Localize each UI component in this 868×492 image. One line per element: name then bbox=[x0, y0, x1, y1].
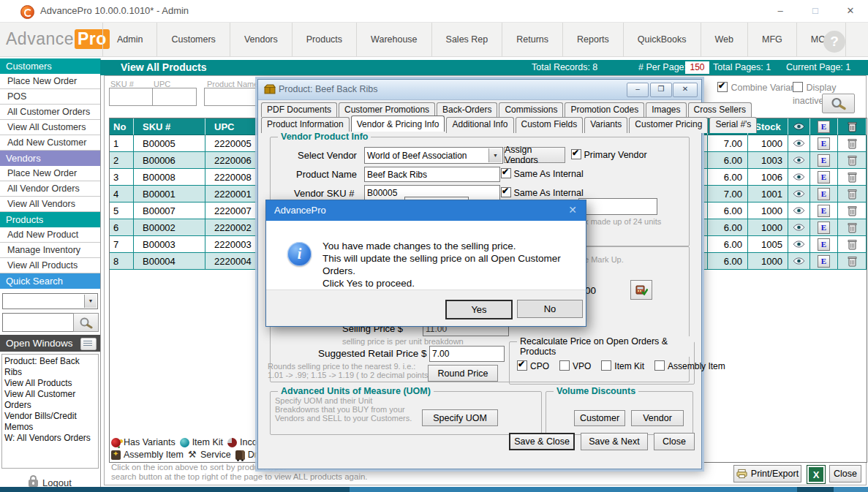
tab-variants[interactable]: Variants bbox=[584, 117, 627, 133]
sidebar-item-all-customer-orders[interactable]: All Customer Orders bbox=[0, 105, 100, 120]
open-window-view-all-customer-orders[interactable]: View All Customer Orders bbox=[4, 389, 98, 411]
open-window-product-beef-back-ribs[interactable]: Product: Beef Back Ribs bbox=[4, 356, 98, 378]
tab-additional-info[interactable]: Additional Info bbox=[446, 117, 513, 133]
modal-restore-button[interactable]: ❐ bbox=[650, 83, 672, 97]
delete-product-button[interactable] bbox=[838, 203, 867, 219]
tab-images[interactable]: Images bbox=[646, 102, 686, 117]
volume-vendor-button[interactable]: Vendor bbox=[631, 410, 684, 426]
modal-minimize-button[interactable]: – bbox=[627, 83, 649, 97]
chevron-down-icon[interactable]: ▼ bbox=[488, 148, 502, 162]
yes-button[interactable]: Yes bbox=[445, 300, 513, 319]
confirm-dialog-titlebar[interactable]: AdvancePro ✕ bbox=[266, 200, 586, 221]
sidebar-item-view-all-customers[interactable]: View All Customers bbox=[0, 120, 100, 135]
same-as-internal-2-checkbox[interactable]: Same As Internal bbox=[501, 187, 584, 198]
view-product-button[interactable] bbox=[788, 236, 810, 253]
delete-product-button[interactable] bbox=[838, 236, 867, 253]
nav-item-reports[interactable]: Reports bbox=[563, 23, 624, 56]
tab-product-information[interactable]: Product Information bbox=[261, 117, 350, 133]
edit-product-button[interactable]: E bbox=[810, 236, 838, 253]
nav-item-vendors[interactable]: Vendors bbox=[230, 23, 293, 56]
volume-customer-button[interactable]: Customer bbox=[574, 410, 625, 426]
legend-service[interactable]: Service bbox=[188, 450, 231, 460]
product-modal-titlebar[interactable]: Product: Beef Back Ribs – ❐ ✕ bbox=[258, 80, 701, 100]
select-vendor-combo[interactable]: World of Beef Association ▼ bbox=[364, 147, 503, 164]
checkbox-box[interactable] bbox=[559, 360, 570, 371]
modal-close-button[interactable]: ✕ bbox=[673, 83, 698, 97]
display-inactive-box[interactable] bbox=[793, 82, 803, 92]
sidebar-item-place-new-order[interactable]: Place New Order bbox=[0, 74, 100, 89]
tab-back-orders[interactable]: Back-Orders bbox=[437, 102, 497, 117]
save-close-button[interactable]: Save & Close bbox=[509, 433, 575, 450]
tab-vendor-pricing-info[interactable]: Vendor & Pricing Info bbox=[351, 116, 445, 132]
edit-product-button[interactable]: E bbox=[810, 203, 838, 219]
recalculate-icon-button[interactable] bbox=[630, 280, 652, 300]
combine-variants-checkbox[interactable]: Combine Variants bbox=[717, 80, 803, 94]
product-name-filter-input[interactable] bbox=[204, 88, 261, 106]
per-page-input[interactable] bbox=[685, 61, 709, 74]
suggested-retail-input[interactable]: 7.00 bbox=[429, 346, 505, 362]
recalc-cpo-checkbox[interactable]: CPO bbox=[517, 360, 549, 371]
primary-vendor-checkbox[interactable]: Primary Vendor bbox=[571, 149, 647, 160]
breakdown-input-2[interactable]: 1 bbox=[578, 198, 657, 215]
excel-export-button[interactable]: X bbox=[807, 465, 826, 484]
delete-product-button[interactable] bbox=[838, 186, 867, 203]
specify-uom-button[interactable]: Specify UOM bbox=[422, 409, 498, 426]
sidebar-item-pos[interactable]: POS bbox=[0, 89, 100, 105]
delete-product-button[interactable] bbox=[838, 135, 867, 152]
same-as-internal-1-box[interactable] bbox=[501, 168, 511, 178]
tab-cross-sellers[interactable]: Cross Sellers bbox=[688, 102, 752, 117]
delete-product-button[interactable] bbox=[838, 169, 867, 186]
edit-product-button[interactable]: E bbox=[810, 169, 838, 186]
nav-item-admin[interactable]: Admin bbox=[102, 23, 157, 56]
edit-product-button[interactable]: E bbox=[810, 219, 838, 236]
delete-product-button[interactable] bbox=[838, 152, 867, 169]
save-next-button[interactable]: Save & Next bbox=[581, 433, 648, 450]
legend-item-kit[interactable]: Item Kit bbox=[180, 437, 223, 447]
sidebar-item-all-vendor-orders[interactable]: All Vendor Orders bbox=[0, 181, 100, 197]
upc-filter-input[interactable] bbox=[152, 88, 197, 106]
tab-pdf-documents[interactable]: PDF Documents bbox=[261, 102, 337, 117]
sidebar-item-view-all-vendors[interactable]: View All Vendors bbox=[0, 197, 100, 212]
tab-customer-promotions[interactable]: Customer Promotions bbox=[339, 102, 435, 117]
delete-product-button[interactable] bbox=[838, 253, 867, 270]
nav-item-web[interactable]: Web bbox=[701, 23, 748, 56]
round-price-button[interactable]: Round Price bbox=[428, 365, 498, 382]
legend-assembly-item[interactable]: Assembly Item bbox=[111, 450, 184, 460]
help-icon[interactable]: ? bbox=[823, 31, 845, 53]
window-minimize-button[interactable]: – bbox=[769, 3, 791, 19]
no-button[interactable]: No bbox=[517, 300, 583, 318]
sidebar-item-manage-inventory[interactable]: Manage Inventory bbox=[0, 243, 100, 258]
window-close-button[interactable]: ✕ bbox=[839, 3, 861, 19]
checkbox-box[interactable] bbox=[601, 360, 611, 371]
quick-search-input[interactable] bbox=[2, 313, 75, 332]
checkbox-box[interactable] bbox=[517, 360, 527, 371]
open-window-view-all-products[interactable]: View All Products bbox=[4, 378, 98, 389]
tab-promotion-codes[interactable]: Promotion Codes bbox=[565, 102, 644, 117]
same-as-internal-2-box[interactable] bbox=[501, 187, 511, 197]
nav-item-products[interactable]: Products bbox=[293, 23, 357, 56]
recalc-item-kit-checkbox[interactable]: Item Kit bbox=[601, 360, 644, 371]
nav-item-mfg[interactable]: MFG bbox=[748, 23, 797, 56]
sku-filter-input[interactable] bbox=[109, 88, 153, 106]
view-product-button[interactable] bbox=[788, 135, 810, 152]
quick-search-select[interactable]: ▼ bbox=[2, 293, 98, 309]
print-export-button[interactable]: Print/Export bbox=[733, 465, 801, 482]
tab-serial-s[interactable]: Serial #'s bbox=[709, 117, 757, 133]
recalc-vpo-checkbox[interactable]: VPO bbox=[559, 360, 591, 371]
modal-close-action-button[interactable]: Close bbox=[654, 433, 695, 450]
window-list-icon[interactable] bbox=[80, 338, 97, 350]
sidebar-item-add-new-customer[interactable]: Add New Customer bbox=[0, 135, 100, 151]
tab-customer-pricing[interactable]: Customer Pricing bbox=[629, 117, 708, 133]
col-header-sku[interactable]: SKU # bbox=[134, 118, 205, 135]
edit-product-button[interactable]: E bbox=[810, 135, 838, 152]
open-window-vendor-bills-credit-memos[interactable]: Vendor Bills/Credit Memos bbox=[4, 411, 98, 433]
combine-variants-box[interactable] bbox=[717, 82, 728, 92]
panel-close-button[interactable]: Close bbox=[829, 465, 861, 482]
sidebar-item-view-all-products[interactable]: View All Products bbox=[0, 258, 100, 273]
edit-product-button[interactable]: E bbox=[810, 253, 838, 270]
edit-product-button[interactable]: E bbox=[810, 152, 838, 169]
tab-custom-fields[interactable]: Custom Fields bbox=[516, 117, 584, 133]
checkbox-box[interactable] bbox=[654, 360, 665, 371]
primary-vendor-box[interactable] bbox=[571, 149, 581, 159]
table-search-button[interactable] bbox=[822, 94, 855, 113]
